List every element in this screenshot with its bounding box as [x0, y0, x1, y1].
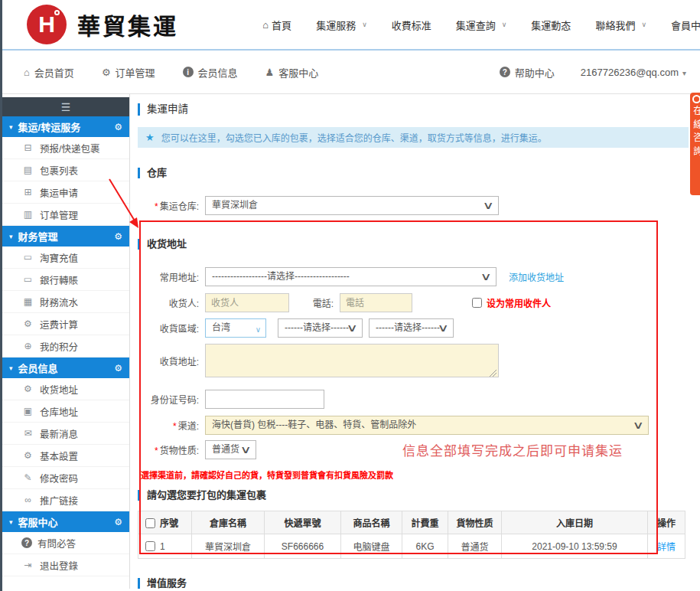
sidebar-item-receive-address[interactable]: ⚙收货地址	[2, 378, 129, 400]
header-warehouse: 倉庫名稱	[192, 511, 265, 534]
nav-member-center[interactable]: 會員中心	[671, 18, 700, 32]
cogs-icon: ⚙	[21, 318, 34, 329]
gift-icon: ⊕	[21, 341, 34, 351]
header-product: 商品名稱	[341, 511, 402, 534]
sidebar-collapse-button[interactable]: ☰	[2, 97, 129, 116]
home-icon: ⌂	[262, 19, 269, 31]
packages-section-title: 請勾選您要打包的集運包裹	[138, 490, 700, 501]
set-default-receiver-checkbox[interactable]	[472, 298, 482, 308]
sidebar-item-logout[interactable]: ⇥退出登錄	[2, 554, 129, 576]
warehouse-select[interactable]: 華貿深圳倉	[205, 196, 499, 215]
id-number-label: 身份证号码:	[138, 393, 205, 406]
sidebar-section-consolidation[interactable]: ▾ 集运/转运服务 ⚙	[2, 116, 129, 137]
sidebar-item-qa[interactable]: ?有問必答	[2, 532, 129, 554]
receiver-input[interactable]	[205, 293, 289, 312]
info-banner: ★ 您可以在这里，勾选您已入库的包裹，选择适合您的仓库、渠道，取货方式等信息，进…	[138, 127, 689, 148]
address-detail-textarea[interactable]	[205, 344, 499, 377]
top-nav: ⌂首頁 集運服務 收費标准 集運查詢 集運動态 聯絡我們 會員中心	[262, 0, 700, 49]
header-action: 操作	[648, 511, 685, 534]
sidebar-item-forecast-package[interactable]: ⊟预报/快递包裹	[2, 137, 129, 159]
member-home-tab[interactable]: ⌂会员首页	[24, 65, 74, 80]
truck-icon: ⊞	[21, 187, 34, 198]
sidebar-item-latest-news[interactable]: ✉最新消息	[2, 423, 129, 445]
sidebar-section-finance[interactable]: ▾ 财务管理 ⚙	[2, 226, 129, 247]
detail-link[interactable]: 詳情	[648, 534, 685, 559]
sidebar: ☰ ▾ 集运/转运服务 ⚙ ⊟预报/快递包裹 ▤包裹列表 ⊞集运申请 ▥订单管理…	[2, 94, 130, 589]
credit-card-icon: ▭	[21, 252, 34, 263]
nav-news[interactable]: 集運動态	[531, 18, 571, 32]
gear-icon[interactable]: ⚙	[114, 517, 122, 527]
sidebar-item-warehouse-address[interactable]: ▣仓库地址	[2, 400, 129, 423]
phone-input[interactable]	[340, 293, 412, 312]
caret-down-icon: ▾	[9, 518, 13, 526]
sidebar-item-taobao-recharge[interactable]: ▭淘寶充值	[2, 247, 129, 269]
cell-warehouse: 華貿深圳倉	[192, 534, 265, 559]
id-number-input[interactable]	[205, 390, 324, 409]
common-address-select[interactable]: ------------------请选择------------------	[205, 267, 497, 286]
list-icon: ▤	[21, 165, 34, 175]
notebook-icon: ▣	[21, 406, 34, 416]
question-icon: ?	[21, 537, 32, 548]
nav-pricing[interactable]: 收費标准	[392, 18, 431, 32]
home-icon: ⌂	[24, 67, 30, 78]
region-country-select[interactable]: 台湾	[205, 318, 266, 338]
sidebar-item-order-manage[interactable]: ▥订单管理	[2, 204, 129, 226]
printer-icon: ⊟	[21, 142, 34, 153]
member-nav-right: ?帮助中心 2167726236@qq.com	[500, 65, 686, 80]
main-panel: 集運申請 ★ 您可以在这里，勾选您已入库的包裹，选择适合您的仓库、渠道，取货方式…	[130, 94, 700, 589]
sidebar-item-consolidation-apply[interactable]: ⊞集运申请	[2, 181, 129, 204]
sidebar-item-bank-transfer[interactable]: ▭銀行轉賬	[2, 269, 129, 291]
cell-weight: 6KG	[402, 534, 448, 559]
link-icon: ∞	[21, 495, 34, 505]
nav-home[interactable]: ⌂首頁	[262, 18, 291, 32]
cargo-nature-select[interactable]: 普通货	[205, 440, 256, 459]
service-center-tab[interactable]: ♟客服中心	[265, 65, 319, 80]
resize-handle-icon[interactable]	[490, 370, 497, 377]
gear-icon: ⚙	[102, 67, 111, 78]
brand-logo[interactable]: H	[27, 5, 67, 44]
online-service-tab[interactable]: 在線咨詢	[690, 93, 700, 195]
member-nav: ⌂会员首页 ⚙订单管理 i会员信息 ♟客服中心 ?帮助中心 2167726236…	[2, 51, 700, 94]
sidebar-item-finance-flow[interactable]: ▦財務流水	[2, 291, 129, 313]
sidebar-item-package-list[interactable]: ▤包裹列表	[2, 159, 129, 181]
edit-icon: ✎	[21, 472, 34, 483]
book-icon: ▥	[21, 209, 34, 220]
row-checkbox[interactable]	[145, 541, 155, 551]
sidebar-item-basic-settings[interactable]: ⚙基本設置	[2, 445, 129, 467]
nav-services[interactable]: 集運服務	[316, 18, 367, 32]
cell-product: 电脑键盘	[341, 534, 402, 559]
region-district-select[interactable]: ------请选择------	[369, 318, 454, 338]
info-icon: i	[183, 67, 194, 77]
order-manage-tab[interactable]: ⚙订单管理	[102, 65, 155, 80]
help-center-link[interactable]: ?帮助中心	[500, 65, 555, 80]
member-info-tab[interactable]: i会员信息	[183, 65, 238, 80]
address-detail-label: 收貨地址:	[138, 354, 205, 367]
gear-icon[interactable]: ⚙	[114, 363, 122, 374]
bank-card-icon: ▭	[21, 274, 34, 285]
account-email-dropdown[interactable]: 2167726236@qq.com	[581, 67, 686, 78]
sidebar-section-service-center[interactable]: ▾ 客服中心 ⚙	[2, 511, 129, 532]
channel-select[interactable]: 海快(普貨) 包税----鞋子、电器、特貨、管制品除外	[205, 416, 649, 435]
sidebar-item-change-password[interactable]: ✎修改密码	[2, 467, 129, 489]
gear-icon[interactable]: ⚙	[114, 122, 122, 132]
region-city-select[interactable]: ------请选择------	[278, 318, 363, 338]
add-address-link[interactable]: 添加收货地址	[509, 270, 564, 283]
hamburger-icon: ☰	[61, 101, 71, 113]
nav-contact[interactable]: 聯絡我們	[595, 18, 646, 32]
cogs-icon: ⚙	[21, 384, 34, 394]
sidebar-item-promo-link[interactable]: ∞推广链接	[2, 489, 129, 511]
channel-label: *渠道:	[138, 419, 205, 432]
sidebar-section-member-info[interactable]: ▾ 会员信息 ⚙	[2, 358, 129, 378]
table-row: 1 華貿深圳倉 SF666666 电脑键盘 6KG 普通货 2021-09-10…	[138, 534, 685, 559]
gear-icon[interactable]: ⚙	[114, 231, 122, 242]
header-weight: 計費重	[402, 511, 448, 534]
nav-tracking[interactable]: 集運查詢	[456, 18, 507, 32]
sidebar-item-freight-calc[interactable]: ⚙运费计算	[2, 313, 129, 335]
select-all-checkbox[interactable]	[145, 518, 155, 528]
vas-section-title: 增值服务	[138, 578, 700, 589]
phone-label: 電話:	[289, 296, 340, 309]
star-icon: ★	[145, 132, 155, 143]
user-icon: ♟	[265, 67, 275, 78]
sidebar-item-my-points[interactable]: ⊕我的积分	[2, 335, 129, 358]
headset-icon	[692, 95, 700, 103]
